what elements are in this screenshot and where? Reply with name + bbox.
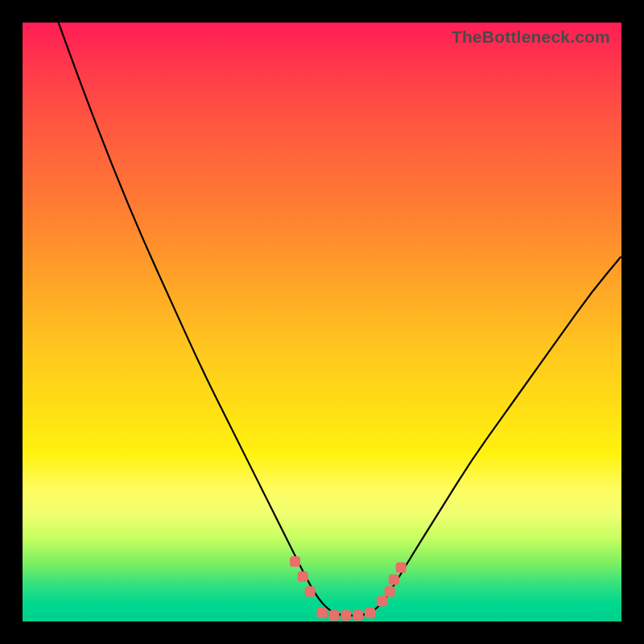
marker-point: [396, 563, 407, 573]
marker-point: [328, 610, 339, 621]
marker-point: [341, 610, 351, 621]
curve-layer: [23, 23, 621, 621]
chart-frame: TheBottleneck.com: [0, 0, 644, 644]
marker-point: [365, 608, 375, 618]
marker-point: [305, 586, 316, 597]
marker-layer: [290, 556, 407, 621]
marker-point: [298, 572, 308, 582]
watermark-text: TheBottleneck.com: [452, 27, 610, 47]
marker-point: [389, 574, 399, 584]
plot-area: TheBottleneck.com: [23, 23, 621, 621]
marker-point: [317, 608, 328, 618]
marker-point: [385, 586, 395, 597]
bottleneck-curve: [59, 23, 621, 616]
marker-point: [353, 610, 363, 621]
marker-point: [290, 556, 300, 567]
marker-point: [377, 596, 387, 606]
